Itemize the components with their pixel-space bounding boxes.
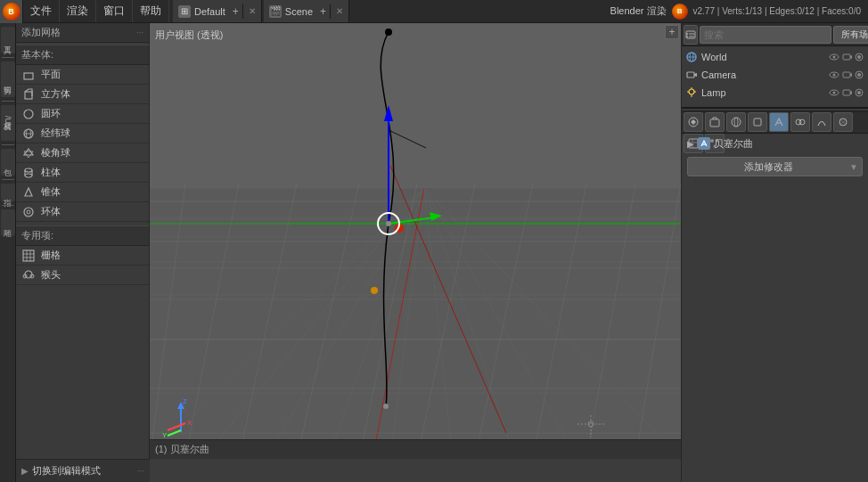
camera-eye-icon[interactable] [829,69,839,80]
svg-point-85 [857,73,861,77]
toolbar-btn-2[interactable]: 剪辑 [1,61,15,97]
viewport-3d[interactable]: 用户视图 (透视) + [150,23,681,459]
toolbar-btn-1[interactable]: 工具 [1,27,15,53]
world-label: World [701,52,825,62]
world-visibility-icons [829,52,864,62]
uvsphere-label: 经纬球 [41,127,70,140]
viewport-status-bar: (1) 贝塞尔曲 [150,439,681,459]
outliner-item-world[interactable]: World [682,48,868,66]
mesh-item-plane[interactable]: 平面 [16,65,149,85]
plane-icon [21,68,36,82]
svg-point-67 [686,33,688,35]
mesh-item-uvsphere[interactable]: 经纬球 [16,124,149,143]
modifier-type-icon [698,137,710,150]
svg-rect-0 [24,73,33,79]
svg-text:Y: Y [162,431,168,439]
add-workspace-scene[interactable]: + [316,4,331,19]
mesh-item-icosphere[interactable]: 棱角球 [16,143,149,163]
mesh-item-cylinder[interactable]: 柱体 [16,163,149,183]
lamp-camera-icon[interactable] [841,87,852,98]
menu-render[interactable]: 渲染 [60,0,96,22]
toolbar-btn-5[interactable]: 指 [1,184,15,201]
scene-filter-dropdown[interactable]: 所有场景 [833,26,868,44]
right-panel: 所有场景 World [681,23,868,482]
svg-line-34 [297,184,359,459]
panel-dots: ··· [136,28,143,37]
svg-marker-12 [25,188,32,196]
menu-help[interactable]: 帮助 [133,0,169,22]
prop-btn-world[interactable] [726,112,746,132]
circle-icon [21,107,36,121]
outliner-toolbar: 所有场景 [682,23,868,46]
cylinder-icon [21,166,36,180]
svg-point-53 [383,404,389,409]
menu-window[interactable]: 窗口 [96,0,133,22]
add-workspace-default[interactable]: + [229,4,243,19]
version-info: v2.77 | Verts:1/13 | Edges:0/12 | Faces:… [693,6,861,16]
svg-rect-82 [843,72,850,78]
prop-btn-constraint[interactable] [790,112,810,132]
svg-point-92 [833,92,836,94]
camera-scene-icon [685,69,698,81]
world-icon [685,51,698,63]
panel-divider-1 [682,107,868,109]
svg-line-46 [389,217,435,224]
svg-point-14 [27,210,30,214]
prop-btn-object[interactable] [748,112,767,132]
mesh-item-grid[interactable]: 栅格 [16,246,149,266]
outliner-item-camera[interactable]: Camera [682,66,868,84]
prop-btn-modifier[interactable] [769,112,789,132]
workspace-scene-label: Scene [285,6,313,17]
outliner-search[interactable] [700,26,831,44]
lamp-visibility-icons [829,87,864,98]
svg-marker-6 [24,149,33,155]
mesh-item-torus[interactable]: 环体 [16,202,149,222]
mesh-item-circle[interactable]: 圆环 [16,104,149,124]
world-camera-icon[interactable] [841,52,852,62]
svg-point-81 [833,74,836,77]
mesh-item-cube[interactable]: 立方体 [16,85,149,104]
mode-label[interactable]: 切换到编辑模式 [32,464,101,478]
axis-gizmo: Z X Y [159,396,203,441]
menu-file[interactable]: 文件 [23,0,60,22]
plane-label: 平面 [41,68,61,81]
outliner-item-lamp[interactable]: Lamp [682,84,868,102]
lamp-label: Lamp [701,87,825,98]
viewport-plus-button[interactable]: + [665,25,679,39]
toolbar-btn-6[interactable]: 雕 [1,209,15,236]
prop-btn-material[interactable] [833,112,853,132]
cone-icon [21,185,36,200]
blender-icon[interactable]: B [0,0,23,23]
mode-switch-dots: ··· [137,466,144,476]
modifier-expand-arrow[interactable]: ▶ [687,139,694,149]
svg-marker-47 [430,212,442,221]
blender-logo: B [3,3,20,20]
add-modifier-button[interactable]: 添加修改器 ▼ [687,157,863,176]
world-eye-icon[interactable] [829,52,839,62]
outliner-list: World Camera [682,46,868,103]
blender-logo-right: B [672,4,688,20]
add-modifier-label: 添加修改器 [688,160,849,174]
prop-btn-scene[interactable] [705,112,725,132]
lamp-render-icon[interactable] [854,87,864,98]
svg-rect-1 [25,92,32,99]
camera-render-icon[interactable] [854,69,864,80]
camera-camera-icon[interactable] [841,69,852,80]
svg-rect-101 [754,118,761,126]
prop-btn-data[interactable] [812,112,831,132]
torus-icon [21,205,36,219]
mesh-item-monkey[interactable]: 猴头 [16,266,149,285]
toolbar-btn-3[interactable]: 材质/UV [1,105,15,141]
workspace-tab-default[interactable]: ⊞ Default + ✕ [173,0,262,22]
prop-btn-render[interactable] [684,112,703,132]
mesh-item-cone[interactable]: 锥体 [16,183,149,202]
icosphere-icon [21,146,36,160]
toolbar-btn-4[interactable]: 包 [1,149,15,176]
close-workspace-default[interactable]: ✕ [249,6,256,16]
close-workspace-scene[interactable]: ✕ [336,6,343,16]
lamp-eye-icon[interactable] [829,87,839,98]
world-render-icon[interactable] [854,52,864,62]
outliner-view-btn[interactable] [684,25,698,45]
lamp-icon [685,86,698,99]
workspace-tab-scene[interactable]: 🎬 Scene + ✕ [264,0,349,22]
